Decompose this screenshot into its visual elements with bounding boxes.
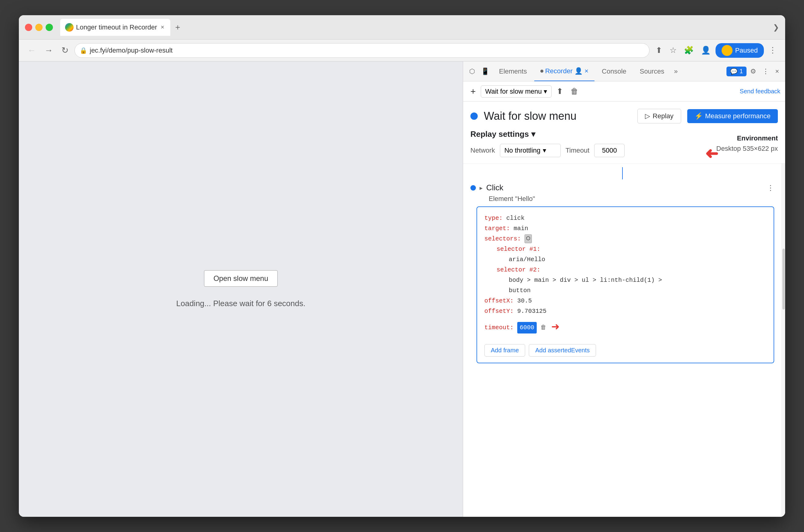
reload-button[interactable]: ↻ <box>59 44 71 57</box>
more-tabs-icon[interactable]: » <box>672 66 680 77</box>
paused-button[interactable]: Paused <box>715 43 764 58</box>
browser-more-icon[interactable]: ⋮ <box>766 44 779 57</box>
inspect-element-icon[interactable]: ⬡ <box>467 66 478 77</box>
close-button[interactable] <box>25 24 32 31</box>
send-feedback-link[interactable]: Send feedback <box>740 88 780 95</box>
red-arrow-timeout-icon: ➜ <box>705 145 718 164</box>
step-line-top <box>622 167 623 179</box>
devtools-actions: 💬 1 ⚙ ⋮ × <box>727 66 782 77</box>
paused-label: Paused <box>735 46 758 54</box>
delete-recording-button[interactable]: 🗑 <box>568 86 581 97</box>
timeout-delete-icon[interactable]: 🗑 <box>540 323 546 333</box>
code-selector2-line: selector #2: <box>484 265 766 275</box>
network-throttling-dropdown[interactable]: No throttling ▾ <box>500 144 561 157</box>
replay-label: Replay <box>653 112 673 120</box>
step-click: ▸ Click ⋮ Element "Hello" type: click <box>463 179 782 367</box>
selector2-key: selector #2: <box>497 266 540 273</box>
add-recording-button[interactable]: + <box>468 85 478 98</box>
settings-row: Network No throttling ▾ Timeout <box>470 144 709 157</box>
offsetY-val: 9.703125 <box>517 308 546 315</box>
tab-sources[interactable]: Sources <box>634 61 671 81</box>
back-button[interactable]: ← <box>25 44 38 57</box>
open-slow-menu-button[interactable]: Open slow menu <box>204 270 278 287</box>
steps-area: ▸ Click ⋮ Element "Hello" type: click <box>463 164 785 517</box>
timeout-code-key: timeout: <box>484 323 513 333</box>
main-content: Open slow menu Loading... Please wait fo… <box>19 61 785 517</box>
avatar <box>722 45 732 56</box>
device-toolbar-icon[interactable]: 📱 <box>479 66 492 77</box>
code-type-line: type: click <box>484 213 766 224</box>
address-bar[interactable]: 🔒 jec.fyi/demo/pup-slow-result <box>75 43 650 58</box>
browser-page: Open slow menu Loading... Please wait fo… <box>19 61 463 517</box>
code-target-line: target: main <box>484 224 766 234</box>
measure-performance-button[interactable]: ⚡ Measure performance <box>687 109 778 123</box>
red-arrow-code-icon: ➜ <box>551 317 560 339</box>
target-key: target: <box>484 225 510 232</box>
offsetX-val: 30.5 <box>517 297 532 304</box>
active-tab[interactable]: Longer timeout in Recorder × <box>60 19 170 36</box>
tab-favicon <box>65 23 74 32</box>
devtools-panel: ⬡ 📱 Elements Recorder 👤 × Console Source… <box>463 61 785 517</box>
code-offsetX-line: offsetX: 30.5 <box>484 296 766 306</box>
step-header: ▸ Click ⋮ <box>470 183 774 192</box>
code-actions: Add frame Add assertedEvents <box>484 344 766 357</box>
scrollbar[interactable] <box>782 164 785 517</box>
elements-tab-label: Elements <box>499 68 527 75</box>
loading-text: Loading... Please wait for 6 seconds. <box>176 299 305 308</box>
tab-elements[interactable]: Elements <box>493 61 533 81</box>
devtools-tab-bar: ⬡ 📱 Elements Recorder 👤 × Console Source… <box>463 61 785 81</box>
step-more-button[interactable]: ⋮ <box>767 184 774 192</box>
replay-settings-title[interactable]: Replay settings ▾ <box>470 130 709 139</box>
tab-title: Longer timeout in Recorder <box>76 23 157 31</box>
minimize-button[interactable] <box>35 24 42 31</box>
replay-button[interactable]: ▷ Replay <box>637 109 681 124</box>
tab-console[interactable]: Console <box>596 61 633 81</box>
tab-chevron-icon[interactable]: ❯ <box>773 23 779 32</box>
new-tab-button[interactable]: + <box>173 21 183 34</box>
tab-close-button[interactable]: × <box>160 23 166 31</box>
bookmark-icon[interactable]: ☆ <box>667 44 679 57</box>
profile-icon[interactable]: 👤 <box>698 44 713 57</box>
devtools-more-icon[interactable]: ⋮ <box>760 66 771 77</box>
network-value: No throttling <box>504 147 541 154</box>
console-tab-label: Console <box>602 68 627 75</box>
code-selector1-val-line: aria/Hello <box>484 254 766 265</box>
replay-settings-left: Replay settings ▾ Network No throttling … <box>470 130 709 157</box>
devtools-close-icon[interactable]: × <box>773 66 782 77</box>
toolbar-actions: ⬆ ☆ 🧩 👤 Paused ⋮ <box>653 43 779 58</box>
code-offsetY-line: offsetY: 9.703125 <box>484 306 766 317</box>
tab-bar: Longer timeout in Recorder × + <box>60 19 769 36</box>
step-expand-icon[interactable]: ▸ <box>480 184 483 191</box>
title-bar: Longer timeout in Recorder × + ❯ <box>19 15 785 39</box>
extensions-icon[interactable]: 🧩 <box>681 44 696 57</box>
environment-section: Environment Desktop 535×622 px <box>716 134 778 153</box>
environment-title: Environment <box>716 134 778 142</box>
type-val: click <box>506 215 525 222</box>
fullscreen-button[interactable] <box>45 24 53 31</box>
selector1-val: aria/Hello <box>509 256 545 263</box>
recorder-dot-icon <box>540 70 543 73</box>
add-frame-button[interactable]: Add frame <box>484 344 525 357</box>
export-recording-button[interactable]: ⬆ <box>554 86 566 97</box>
forward-button[interactable]: → <box>42 44 55 57</box>
recorder-tab-close-icon[interactable]: × <box>584 67 588 75</box>
add-asserted-events-button[interactable]: Add assertedEvents <box>529 344 596 357</box>
share-icon[interactable]: ⬆ <box>653 44 665 57</box>
recording-title: Wait for slow menu <box>484 110 631 122</box>
devtools-body: Wait for slow menu ▷ Replay ⚡ Measure pe… <box>463 101 785 517</box>
type-key: type: <box>484 215 503 222</box>
recorder-tab-person-icon: 👤 <box>575 67 583 75</box>
devtools-settings-icon[interactable]: ⚙ <box>748 66 759 77</box>
timeout-input[interactable] <box>594 144 624 157</box>
measure-label: Measure performance <box>705 112 770 120</box>
recording-name-dropdown[interactable]: Wait for slow menu ▾ <box>481 86 551 98</box>
recording-toolbar: + Wait for slow menu ▾ ⬆ 🗑 Send feedback <box>463 81 785 101</box>
chat-button[interactable]: 💬 1 <box>727 66 747 76</box>
replay-settings-section: Replay settings ▾ Network No throttling … <box>463 124 785 164</box>
replay-icon: ▷ <box>645 112 650 120</box>
tab-recorder[interactable]: Recorder 👤 × <box>534 61 595 81</box>
recording-active-dot <box>470 113 478 120</box>
code-selector2-val-line: body > main > div > ul > li:nth-child(1)… <box>484 275 766 285</box>
steps-list: ▸ Click ⋮ Element "Hello" type: click <box>463 164 782 517</box>
network-label: Network <box>470 147 495 154</box>
